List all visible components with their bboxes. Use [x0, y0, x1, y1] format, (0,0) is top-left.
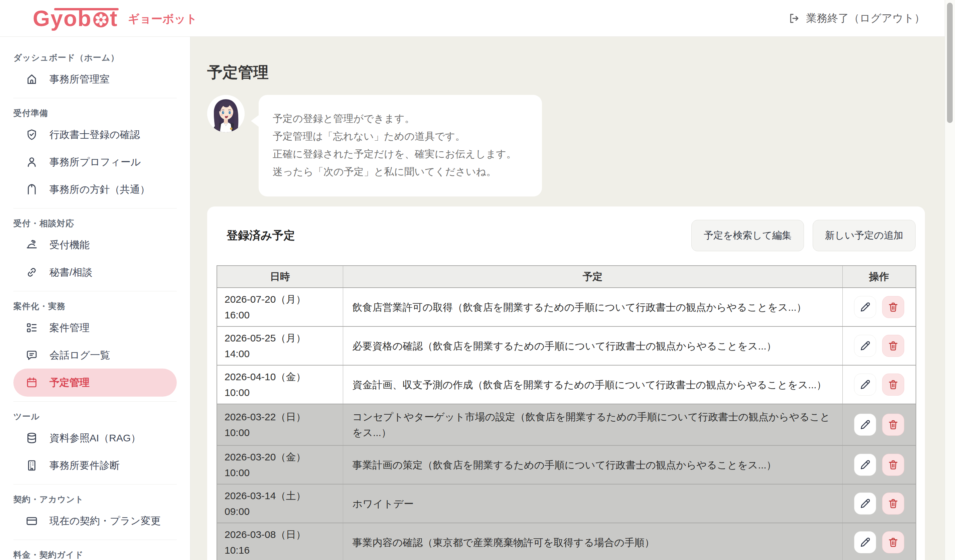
sidebar-item-gyosei-registration-check[interactable]: 行政書士登録の確認 — [13, 126, 177, 143]
pencil-icon — [860, 419, 871, 430]
schedule-card: 登録済み予定 予定を検索して編集 新しい予定の追加 日時予定操作 2026-07… — [207, 206, 925, 560]
sidebar-item-schedule-management[interactable]: 予定管理 — [13, 369, 177, 397]
delete-button[interactable] — [882, 335, 904, 357]
schedule-title-cell: コンセプトやターゲット市場の設定（飲食店を開業するための手順について行政書士の観… — [343, 404, 842, 446]
card-heading: 登録済み予定 — [227, 228, 295, 243]
schedule-date: 2026-04-10（金） — [225, 369, 337, 385]
search-edit-button[interactable]: 予定を検索して編集 — [691, 220, 804, 251]
schedule-table-head: 日時予定操作 — [217, 266, 916, 288]
sidebar-item-office-profile[interactable]: 事務所プロフィール — [13, 153, 177, 171]
schedule-actions-cell — [842, 446, 916, 484]
assistant-bubble-line: 予定管理は「忘れない」ための道具です。 — [272, 127, 528, 145]
sidebar-item-reception[interactable]: 受付機能 — [13, 236, 177, 253]
schedule-time: 10:00 — [225, 385, 337, 400]
edit-button[interactable] — [854, 335, 876, 357]
logout-button[interactable]: 業務終了（ログアウト） — [788, 11, 925, 26]
scrollbar-thumb[interactable] — [947, 3, 953, 123]
gate-icon — [25, 183, 38, 196]
card-header: 登録済み予定 予定を検索して編集 新しい予定の追加 — [216, 220, 916, 251]
scrollbar-track[interactable] — [945, 0, 955, 560]
schedule-title-cell: 事業内容の確認（東京都で産業廃棄物許可を取得する場合の手順） — [343, 523, 842, 560]
edit-button[interactable] — [854, 454, 876, 476]
shield-check-icon — [25, 128, 38, 141]
schedule-actions-cell — [842, 523, 916, 560]
schedule-date: 2026-07-20（月） — [225, 291, 337, 307]
column-header: 予定 — [343, 266, 842, 288]
assistant-bubble-line: 正確に登録された予定だけを、確実にお伝えします。 — [272, 145, 528, 163]
delete-button[interactable] — [882, 493, 904, 515]
assistant-intro: 予定の登録と管理ができます。予定管理は「忘れない」ための道具です。正確に登録され… — [207, 95, 945, 197]
sidebar-section-label: 受付準備 — [13, 108, 177, 119]
delete-button[interactable] — [882, 374, 904, 396]
reception-bell-icon — [25, 239, 38, 251]
sidebar-item-label: 事務所プロフィール — [49, 155, 141, 169]
sidebar-item-contract-plan[interactable]: 現在の契約・プラン変更 — [13, 512, 177, 530]
sidebar-section-label: ツール — [13, 411, 177, 422]
schedule-time: 09:00 — [225, 504, 337, 519]
sidebar-nav: ダッシュボード（ホーム）事務所管理室受付準備行政書士登録の確認事務所プロフィール… — [13, 52, 177, 560]
schedule-date: 2026-03-20（金） — [225, 449, 337, 465]
schedule-time: 10:00 — [225, 465, 337, 480]
sidebar-item-conversation-logs[interactable]: 会話ログ一覧 — [13, 346, 177, 364]
schedule-time: 16:00 — [225, 307, 337, 323]
sidebar-item-case-management[interactable]: 案件管理 — [13, 319, 177, 336]
sidebar-section: 受付・相談対応受付機能秘書/相談 — [13, 208, 177, 281]
logo-text-pre: Gyob — [33, 7, 92, 30]
sidebar-section-label: 受付・相談対応 — [13, 218, 177, 229]
edit-button[interactable] — [854, 531, 876, 553]
delete-button[interactable] — [882, 414, 904, 436]
credit-card-icon — [25, 515, 38, 527]
sidebar-item-secretary-consult[interactable]: 秘書/相談 — [13, 264, 177, 281]
building-icon — [25, 459, 38, 472]
log-out-icon — [788, 12, 801, 25]
schedule-actions-cell — [842, 327, 916, 365]
pencil-icon — [860, 498, 871, 509]
database-icon — [25, 432, 38, 444]
edit-button[interactable] — [854, 414, 876, 436]
calendar-icon — [25, 376, 38, 389]
pencil-icon — [860, 301, 871, 313]
trash-icon — [888, 340, 899, 352]
sidebar-item-label: 受付機能 — [49, 238, 89, 252]
sidebar-section-label: 案件化・実務 — [13, 301, 177, 312]
edit-button[interactable] — [854, 374, 876, 396]
sidebar-item-label: 事務所要件診断 — [49, 459, 120, 472]
edit-button[interactable] — [854, 296, 876, 318]
sidebar-item-rag-reference[interactable]: 資料参照AI（RAG） — [13, 429, 177, 447]
pencil-icon — [860, 459, 871, 471]
schedule-title-cell: 資金計画、収支予測の作成（飲食店を開業するための手順について行政書士の観点からや… — [343, 365, 842, 404]
flower-icon — [92, 11, 109, 28]
sidebar-item-office-policy[interactable]: 事務所の方針（共通） — [13, 181, 177, 198]
sidebar-section: ツール資料参照AI（RAG）事務所要件診断 — [13, 401, 177, 474]
sidebar-section-label: 契約・アカウント — [13, 494, 177, 505]
sidebar-item-label: 事務所の方針（共通） — [49, 183, 150, 197]
app-root: Gyobt ギョーボット 業務終了（ログアウト） ダッシュボード（ホーム）事務所… — [0, 0, 955, 560]
schedule-date: 2026-03-08（日） — [225, 527, 337, 542]
delete-button[interactable] — [882, 454, 904, 476]
schedule-actions-cell — [842, 365, 916, 404]
schedule-time: 14:00 — [225, 346, 337, 361]
schedule-title-cell: 必要資格の確認（飲食店を開業するための手順について行政書士の観点からやることをス… — [343, 327, 842, 365]
logo-kana: ギョーボット — [128, 11, 197, 27]
home-icon — [25, 73, 38, 86]
trash-icon — [888, 379, 899, 390]
sidebar-section-label: ダッシュボード（ホーム） — [13, 52, 177, 63]
sidebar-item-office-requirements[interactable]: 事務所要件診断 — [13, 457, 177, 474]
schedule-title-cell: 事業計画の策定（飲食店を開業するための手順について行政書士の観点からやることをス… — [343, 446, 842, 484]
chat-icon — [25, 349, 38, 361]
add-schedule-button[interactable]: 新しい予定の追加 — [813, 220, 916, 251]
schedule-date-cell: 2026-07-20（月）16:00 — [217, 288, 343, 327]
assistant-bubble-line: 迷ったら「次の予定」と私に聞いてくださいね。 — [272, 163, 528, 180]
schedule-actions-cell — [842, 288, 916, 327]
delete-button[interactable] — [882, 531, 904, 553]
delete-button[interactable] — [882, 296, 904, 318]
gyobot-logo[interactable]: Gyobt ギョーボット — [33, 7, 197, 30]
trash-icon — [888, 301, 899, 313]
sidebar-section-label: 料金・契約ガイド — [13, 549, 177, 560]
pencil-icon — [860, 537, 871, 548]
edit-button[interactable] — [854, 493, 876, 515]
sidebar-item-office-home[interactable]: 事務所管理室 — [13, 70, 177, 88]
sidebar-item-label: 資料参照AI（RAG） — [49, 431, 141, 445]
table-row: 2026-03-08（日）10:16事業内容の確認（東京都で産業廃棄物許可を取得… — [217, 523, 916, 560]
logout-label: 業務終了（ログアウト） — [806, 11, 925, 26]
